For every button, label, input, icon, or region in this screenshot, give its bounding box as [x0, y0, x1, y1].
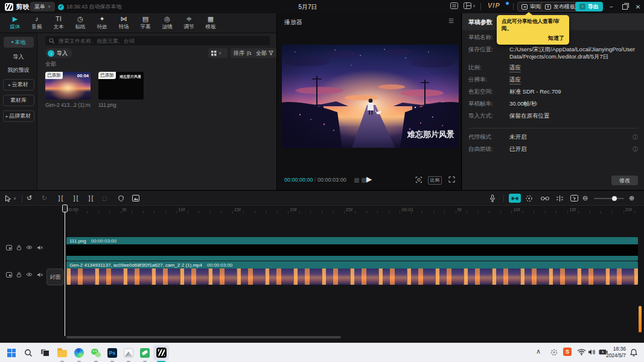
playback-option-icon-1[interactable]	[354, 178, 359, 183]
module-tab-audio[interactable]: ♪音频	[27, 14, 47, 31]
info-icon[interactable]: ⓘ	[633, 133, 638, 141]
sidebar-item-import[interactable]: 导入	[4, 52, 34, 61]
wifi-icon[interactable]	[577, 349, 586, 355]
select-tool-icon[interactable]	[5, 191, 11, 205]
track-collapse-icon[interactable]	[6, 245, 12, 250]
mute-speaker-icon[interactable]	[37, 272, 43, 278]
redo-icon[interactable]: ↻	[42, 191, 47, 205]
module-tab-sticker[interactable]: ◷贴纸	[70, 14, 91, 31]
panel-layout-icon[interactable]	[450, 2, 458, 9]
jianying-button[interactable]	[153, 345, 169, 360]
sidebar-item-asset-library[interactable]: 素材库	[3, 95, 34, 106]
module-tab-template[interactable]: ▦模板	[200, 14, 221, 31]
record-voiceover-icon[interactable]	[489, 191, 496, 205]
eye-icon[interactable]	[26, 245, 33, 250]
sidebar-item-local[interactable]: 本地	[4, 37, 34, 48]
sort-button[interactable]: 排序	[231, 48, 255, 58]
delete-right-icon[interactable]: ][	[88, 191, 94, 205]
photoshop-button[interactable]: Ps	[104, 345, 120, 360]
filter-button[interactable]: 全部	[253, 48, 276, 58]
media-item[interactable]: 已添加难忘那片风景111.png	[98, 72, 144, 108]
close-button[interactable]: ✕	[631, 0, 644, 13]
module-tab-transition[interactable]: ⋈转场	[113, 14, 134, 31]
lock-icon[interactable]	[16, 244, 22, 250]
eye-icon[interactable]	[26, 272, 33, 277]
zoom-out-icon[interactable]: ⊖	[582, 191, 588, 205]
mirror-image-icon[interactable]	[132, 191, 139, 205]
photo-viewer-button[interactable]	[121, 345, 136, 360]
preview-zoom-icon[interactable]	[415, 176, 422, 183]
start-button[interactable]	[4, 345, 19, 360]
cover-button[interactable]: 封面	[46, 268, 64, 285]
zoom-in-icon[interactable]: ⊕	[629, 191, 634, 205]
linkage-icon[interactable]	[541, 191, 549, 205]
minimize-button[interactable]: −	[605, 0, 618, 13]
chevron-down-icon[interactable]: ∨	[13, 191, 16, 205]
menu-button[interactable]: 菜单 ∨	[30, 2, 55, 11]
play-button[interactable]: ▶	[366, 175, 372, 183]
module-tab-adjust[interactable]: ≑调节	[179, 14, 199, 31]
restore-button[interactable]	[618, 0, 631, 13]
auto-snap-icon[interactable]	[525, 191, 533, 205]
module-tab-captions[interactable]: ▤字幕	[135, 14, 156, 31]
module-tab-text[interactable]: TI文本	[48, 14, 69, 31]
task-view-button[interactable]	[37, 345, 53, 360]
zoom-slider-handle[interactable]	[612, 196, 617, 201]
modify-button[interactable]: 修改	[611, 176, 638, 185]
import-button[interactable]: ↓ 导入	[45, 48, 72, 58]
sogou-input-icon[interactable]: S	[563, 348, 572, 356]
publish-template-button[interactable]: 发布模板	[541, 2, 579, 11]
module-tab-media[interactable]: ▶媒体	[5, 14, 25, 31]
module-tab-effects[interactable]: ✦特效	[92, 14, 112, 31]
mute-speaker-icon[interactable]	[37, 245, 43, 250]
lock-icon[interactable]	[16, 272, 22, 278]
module-tab-filter[interactable]: ◎滤镜	[157, 14, 177, 31]
sidebar-item-brand-assets[interactable]: ▸品牌素材	[3, 110, 34, 122]
media-thumbnail[interactable]: 已添加00:04	[45, 72, 91, 100]
sidebar-item-my-presets[interactable]: 我的预设	[4, 66, 34, 74]
sidebar-item-cloud-assets[interactable]: ▸云素材	[3, 79, 34, 91]
tooltip-confirm-button[interactable]: 知道了	[502, 34, 564, 42]
field-value[interactable]: 适应	[509, 64, 521, 72]
notification-bell-icon[interactable]	[630, 349, 637, 357]
timeline-vertical-scrollbar[interactable]	[639, 306, 642, 332]
vip-badge[interactable]: VIP	[488, 2, 500, 9]
ratio-button[interactable]: 比例	[428, 176, 442, 185]
taskbar-search-button[interactable]	[21, 345, 36, 360]
freeze-frame-icon[interactable]	[118, 191, 124, 205]
preview-video[interactable]: 难忘那片风景	[282, 45, 459, 148]
delete-left-icon[interactable]: ][	[72, 191, 78, 205]
info-icon[interactable]: ⓘ	[633, 145, 638, 153]
timeline-clip-video[interactable]: Gen-2 4134931137, ac09ee0d68f3f2f1a627, …	[66, 261, 638, 285]
view-mode-button[interactable]: ∨	[208, 48, 228, 58]
playhead-handle[interactable]	[62, 205, 68, 212]
timeline-ruler[interactable]: 00:005f10f15f20f25f00:015f10f15f20f	[65, 206, 638, 214]
undo-icon[interactable]: ↺	[27, 191, 32, 205]
playback-option-icon-2[interactable]	[362, 178, 366, 183]
wechat-button[interactable]	[88, 345, 104, 360]
search-input[interactable]	[57, 37, 266, 45]
clock[interactable]: 18:36 2024/5/7	[606, 346, 626, 359]
tray-settings-icon[interactable]	[550, 348, 558, 357]
timeline-zoom-slider[interactable]	[594, 198, 624, 199]
field-value[interactable]: 适应	[509, 76, 521, 84]
track-collapse-icon[interactable]	[6, 272, 12, 278]
media-item[interactable]: 已添加00:04Gen-2 413...2 (1).mp4	[45, 72, 91, 108]
fit-timeline-icon[interactable]	[570, 191, 578, 205]
preview-axis-icon[interactable]	[556, 191, 564, 205]
tray-expand-icon[interactable]: ∧	[536, 348, 541, 355]
player-menu-icon[interactable]: ☰	[448, 17, 454, 24]
timeline-clip-image[interactable]: 111.png 00:00:03:00	[66, 237, 638, 261]
workspace-layout-icon[interactable]: ∨	[464, 2, 476, 9]
main-track-magnet-toggle[interactable]	[509, 194, 521, 203]
media-thumbnail[interactable]: 已添加难忘那片风景	[98, 72, 144, 100]
timeline-horizontal-scrollbar[interactable]	[66, 336, 341, 338]
volume-icon[interactable]	[588, 349, 596, 355]
search-bar[interactable]	[45, 36, 270, 45]
edge-button[interactable]	[71, 345, 87, 360]
file-explorer-button[interactable]	[54, 345, 70, 360]
fullscreen-icon[interactable]	[448, 176, 455, 183]
split-icon[interactable]: ][	[57, 191, 63, 205]
export-button[interactable]: ↑ 导出	[575, 2, 603, 11]
notes-app-button[interactable]	[137, 345, 153, 360]
